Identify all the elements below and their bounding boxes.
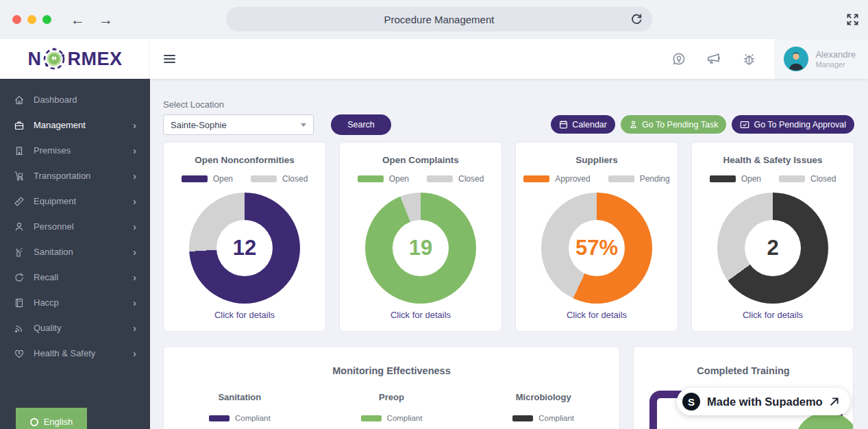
url-bar[interactable]: Procedure Management (226, 7, 652, 32)
sidebar-item-recall[interactable]: Recall › (0, 265, 150, 290)
card-title: Completed Training (634, 365, 853, 376)
go-to-pending-task-button[interactable]: Go To Pending Task (621, 115, 726, 134)
sidebar-item-management[interactable]: Management › (0, 112, 150, 138)
legend-swatch (361, 415, 382, 421)
close-window-button[interactable] (12, 15, 21, 24)
chevron-right-icon: › (133, 347, 136, 359)
maximize-window-button[interactable] (42, 15, 51, 24)
signal-icon (14, 323, 25, 334)
donut-chart-open-complaints[interactable]: 19 (365, 193, 476, 304)
reload-icon[interactable] (630, 13, 643, 25)
external-link-arrow-icon (830, 397, 839, 406)
fullscreen-icon[interactable] (846, 13, 859, 26)
logo-emblem-icon (42, 47, 66, 71)
sidebar-item-personnel[interactable]: Personnel › (0, 214, 150, 239)
sidebar-item-label: Equipment (34, 196, 76, 206)
avatar (784, 47, 808, 71)
pending-task-icon (629, 120, 638, 129)
card-open-nonconformities: Open Nonconformities Open Closed 12 Clic… (163, 142, 326, 332)
heart-shield-icon (14, 348, 25, 359)
window-controls (12, 15, 51, 24)
legend-swatch (182, 175, 208, 182)
megaphone-icon[interactable] (706, 51, 721, 66)
card-suppliers: Suppliers Approved Pending 57% Click for… (515, 142, 678, 332)
legend-swatch (358, 175, 384, 182)
ruler-icon (14, 196, 25, 207)
sidebar-item-label: Personnel (34, 221, 74, 232)
idea-icon[interactable] (671, 52, 686, 66)
go-to-pending-approval-button[interactable]: Go To Pending Approval (732, 115, 854, 134)
dashboard-content: Select Location Sainte-Sophie Search (150, 79, 868, 429)
chevron-right-icon: › (133, 246, 136, 258)
person-icon (14, 221, 25, 232)
back-button[interactable]: ← (71, 12, 85, 27)
app-header: Alexandre Manager (150, 39, 868, 79)
spray-bottle-icon (14, 247, 25, 258)
user-name: Alexandre (815, 49, 856, 60)
click-for-details-link[interactable]: Click for details (516, 310, 678, 320)
sidebar-item-label: Quality (34, 323, 61, 333)
sidebar-item-haccp[interactable]: Haccp › (0, 290, 150, 315)
sidebar-item-equipment[interactable]: Equipment › (0, 188, 150, 214)
click-for-details-link[interactable]: Click for details (164, 310, 325, 320)
menu-toggle-button[interactable] (164, 53, 175, 65)
card-health-safety-issues: Health & Safety Issues Open Closed 2 Cli… (691, 142, 854, 332)
monitoring-col-sanitation: Sanitation Compliant (164, 392, 316, 422)
sidebar-item-health-safety[interactable]: Health & Safety › (0, 341, 150, 366)
donut-center-value: 2 (717, 193, 828, 304)
logo-text-prefix: N (27, 49, 41, 70)
chevron-right-icon: › (133, 145, 136, 156)
supademo-badge[interactable]: S Made with Supademo (677, 388, 850, 415)
sidebar-item-premises[interactable]: Premises › (0, 138, 150, 163)
donut-chart-open-nonconformities[interactable]: 12 (189, 193, 300, 304)
chevron-right-icon: › (133, 195, 136, 207)
sidebar-item-sanitation[interactable]: Sanitation › (0, 239, 150, 265)
monitoring-col-microbiology: Microbiology Compliant (467, 392, 619, 422)
donut-chart-health-safety[interactable]: 2 (717, 193, 828, 304)
page-title: Procedure Management (384, 14, 495, 25)
chevron-down-icon (301, 123, 306, 127)
click-for-details-link[interactable]: Click for details (692, 310, 854, 320)
bug-icon[interactable] (742, 52, 756, 66)
monitoring-col-preop: Preop Compliant (316, 392, 468, 422)
legend-swatch (523, 175, 549, 182)
mail-check-icon (740, 120, 749, 130)
click-for-details-link[interactable]: Click for details (340, 310, 501, 320)
calendar-icon (559, 120, 568, 129)
location-select[interactable]: Sainte-Sophie (163, 114, 314, 135)
book-icon (14, 297, 25, 308)
sidebar-item-label: Management (34, 120, 86, 130)
card-title: Health & Safety Issues (692, 155, 854, 165)
browser-chrome: ← → Procedure Management (0, 0, 868, 39)
handtruck-icon (14, 171, 25, 182)
search-button[interactable]: Search (331, 114, 391, 135)
card-title: Open Nonconformities (164, 155, 325, 165)
card-monitoring-effectiveness: Monitoring Effectiveness Sanitation Comp… (163, 346, 620, 429)
sidebar-item-quality[interactable]: Quality › (0, 315, 150, 341)
supademo-logo-icon: S (682, 393, 700, 410)
user-menu[interactable]: Alexandre Manager (774, 39, 868, 79)
language-button[interactable]: English (16, 408, 87, 429)
minimize-window-button[interactable] (27, 15, 36, 24)
card-title: Open Complaints (340, 155, 501, 165)
globe-icon (30, 418, 38, 426)
chevron-right-icon: › (133, 322, 136, 334)
calendar-button[interactable]: Calendar (551, 115, 615, 134)
sidebar-item-label: Sanitation (34, 247, 73, 257)
sidebar-item-transportation[interactable]: Transportation › (0, 163, 150, 188)
chevron-right-icon: › (133, 221, 136, 232)
legend-swatch (512, 415, 533, 421)
refresh-icon (14, 272, 25, 283)
sidebar-item-label: Haccp (34, 297, 59, 308)
app-logo[interactable]: N RMEX (0, 39, 150, 79)
forward-button[interactable]: → (99, 12, 113, 27)
legend-swatch (251, 175, 277, 182)
building-icon (14, 145, 25, 156)
briefcase-icon (14, 120, 25, 131)
legend-swatch (209, 415, 230, 421)
donut-chart-suppliers[interactable]: 57% (541, 193, 652, 304)
donut-center-value: 12 (189, 193, 300, 304)
logo-text-suffix: RMEX (67, 49, 122, 70)
sidebar-item-dashboard[interactable]: Dashboard (0, 87, 150, 112)
sidebar-item-label: Transportation (34, 171, 90, 181)
